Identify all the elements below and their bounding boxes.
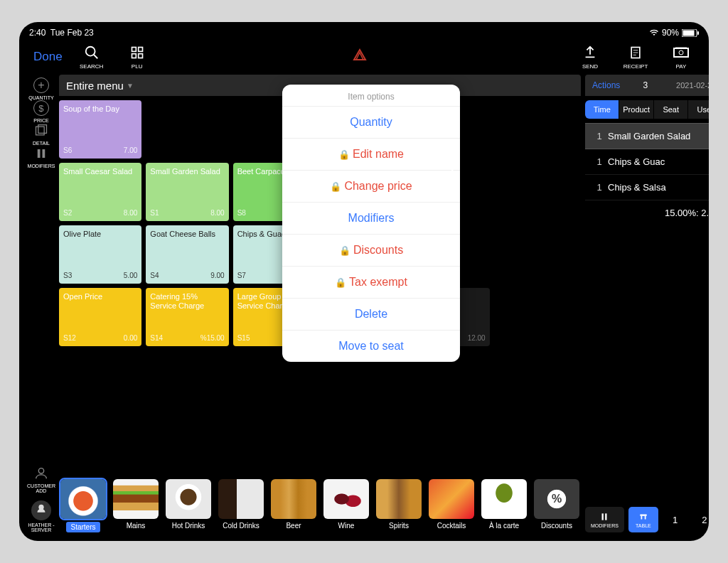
send-icon xyxy=(582,44,599,61)
app-logo xyxy=(351,48,368,65)
pos-app: 2:40 Tue Feb 23 90% Done SEARCHPLU SENDR… xyxy=(19,22,709,541)
svg-rect-8 xyxy=(138,54,142,58)
current-user[interactable]: HEATHER - SERVER xyxy=(23,500,59,532)
category-hot-drinks[interactable]: Hot Drinks xyxy=(164,479,213,532)
plus-icon: + xyxy=(33,77,49,93)
modifiers-button[interactable]: MODIFIERS xyxy=(28,146,55,168)
table-button[interactable]: TABLE xyxy=(628,507,658,532)
category-cold-drinks[interactable]: Cold Drinks xyxy=(217,479,265,532)
svg-point-20 xyxy=(38,468,43,473)
pay-button[interactable]: PAY xyxy=(663,44,699,70)
popover-delete[interactable]: Delete xyxy=(282,298,460,330)
svg-rect-16 xyxy=(36,127,44,135)
lock-icon: 🔒 xyxy=(339,245,350,256)
tab-product[interactable]: Product xyxy=(619,100,653,119)
svg-rect-15 xyxy=(675,47,687,48)
modifiers-icon xyxy=(599,512,609,522)
category-image xyxy=(60,479,106,519)
svg-rect-2 xyxy=(697,31,699,35)
category-starters[interactable]: Starters xyxy=(59,479,107,532)
category-image xyxy=(271,479,316,519)
popover-tax-exempt[interactable]: 🔒Tax exempt xyxy=(282,266,460,298)
seat-1-button[interactable]: 1 xyxy=(663,510,687,530)
category-strip: StartersMainsHot DrinksCold DrinksBeerWi… xyxy=(59,475,581,537)
tab-time[interactable]: Time xyxy=(585,100,619,119)
svg-rect-7 xyxy=(132,54,136,58)
wifi-icon xyxy=(649,29,659,36)
menu-tile[interactable]: Goat Cheese BallsS49.00 xyxy=(146,225,228,284)
menu-tile[interactable]: Open PriceS120.00 xyxy=(59,288,141,346)
svg-rect-18 xyxy=(38,149,41,158)
order-summary: 15.00%: 2.10 (16.10) xyxy=(585,200,709,225)
quantity-button[interactable]: +QUANTITY xyxy=(28,77,55,100)
svg-point-14 xyxy=(679,50,683,55)
svg-rect-6 xyxy=(138,48,142,52)
category-image xyxy=(113,479,159,519)
menu-tile[interactable]: Soup of the DayS67.00 xyxy=(59,100,141,159)
toolbar: Done SEARCHPLU SENDRECEIPTPAY xyxy=(23,39,705,75)
lock-icon: 🔒 xyxy=(330,181,341,192)
plu-button[interactable]: PLU xyxy=(119,44,155,70)
svg-rect-5 xyxy=(132,48,136,52)
order-item[interactable]: 1Small Garden Salad8.00 xyxy=(585,123,709,149)
price-button[interactable]: $PRICE xyxy=(28,100,55,123)
svg-rect-19 xyxy=(42,149,45,158)
category-beer[interactable]: Beer xyxy=(269,479,318,532)
status-right: 90% xyxy=(649,28,699,38)
tab-seat[interactable]: Seat xyxy=(654,100,688,119)
dollar-icon: $ xyxy=(33,100,49,116)
order-count: 3 xyxy=(643,80,648,90)
category-mains[interactable]: Mains xyxy=(112,479,160,532)
svg-line-4 xyxy=(93,55,97,59)
order-panel: Actions 3 2021-02-23, 2:39 PM TimeProduc… xyxy=(581,75,709,537)
tab-user[interactable]: User xyxy=(688,100,709,119)
lock-icon: 🔒 xyxy=(338,149,350,160)
menu-tile[interactable]: Small Garden SaladS18.00 xyxy=(146,163,228,221)
order-item[interactable]: 1Chips & Salsa0.00 xyxy=(585,175,709,200)
category-image xyxy=(481,479,527,519)
svg-rect-22 xyxy=(606,513,607,520)
menu-tile[interactable]: Catering 15% Service ChargeS14%15.00 xyxy=(146,288,228,346)
svg-point-3 xyxy=(85,47,95,56)
svg-rect-23 xyxy=(640,514,646,515)
svg-rect-17 xyxy=(38,125,47,134)
category-discounts[interactable]: Discounts xyxy=(532,479,581,532)
popover-discounts[interactable]: 🔒Discounts xyxy=(282,234,460,266)
popover-move-to-seat[interactable]: Move to seat xyxy=(282,330,460,362)
status-bar: 2:40 Tue Feb 23 90% xyxy=(23,26,705,39)
popover-quantity[interactable]: Quantity xyxy=(282,106,460,138)
receipt-icon xyxy=(627,44,644,61)
svg-rect-25 xyxy=(645,515,646,519)
category-image xyxy=(323,479,369,519)
menu-tile[interactable]: Small Caesar SaladS28.00 xyxy=(59,163,141,221)
seat-2-button[interactable]: 2 xyxy=(692,510,709,530)
category-image xyxy=(429,479,474,519)
actions-button[interactable]: Actions xyxy=(592,80,620,90)
send-button[interactable]: SEND xyxy=(572,44,608,70)
category-spirits[interactable]: Spirits xyxy=(375,479,423,532)
svg-rect-21 xyxy=(602,513,604,520)
popover-edit-name[interactable]: 🔒Edit name xyxy=(282,138,460,170)
customer-add-button[interactable]: CUSTOMER ADD xyxy=(24,466,58,493)
done-button[interactable]: Done xyxy=(29,50,67,64)
order-tabs: TimeProductSeatUserCourse xyxy=(585,100,709,119)
category-wine[interactable]: Wine xyxy=(322,479,370,532)
menu-tile[interactable]: Olive PlateS35.00 xyxy=(59,225,141,284)
detail-button[interactable]: DETAIL xyxy=(28,123,55,146)
search-button[interactable]: SEARCH xyxy=(74,44,109,70)
popover-modifiers[interactable]: Modifiers xyxy=(282,202,460,234)
popover-change-price[interactable]: 🔒Change price xyxy=(282,170,460,202)
order-bottom-bar: MODIFIERS TABLE 1 2 Total due: 16.10 xyxy=(585,507,709,537)
order-item[interactable]: 1Chips & Guac6.00 xyxy=(585,149,709,175)
svg-rect-24 xyxy=(641,515,642,519)
table-icon xyxy=(638,512,648,522)
chevron-down-icon: ▼ xyxy=(127,82,134,90)
category-à-la-carte[interactable]: À la carte xyxy=(480,479,528,532)
search-icon xyxy=(83,44,100,61)
toolbar-right: SENDRECEIPTPAY xyxy=(572,44,699,70)
modifiers-button[interactable]: MODIFIERS xyxy=(585,507,624,532)
category-cocktails[interactable]: Cocktails xyxy=(427,479,476,532)
battery-icon xyxy=(682,29,699,37)
receipt-button[interactable]: RECEIPT xyxy=(618,44,653,70)
detail-icon xyxy=(33,123,49,139)
